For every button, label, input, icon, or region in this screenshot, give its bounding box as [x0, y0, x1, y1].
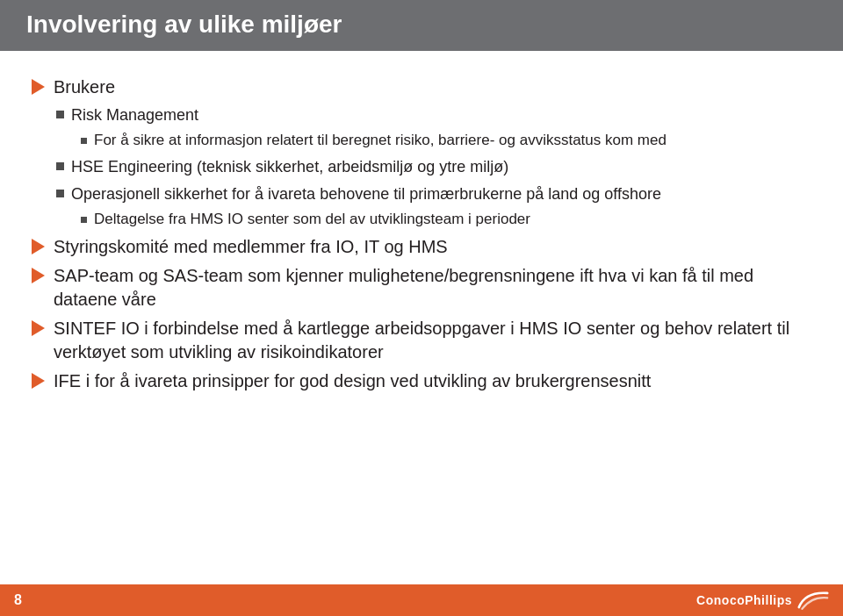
list-item: SAP-team og SAS-team som kjenner mulighe…	[32, 264, 811, 312]
square-bullet-sm-icon	[81, 217, 87, 223]
list-item: Brukere	[32, 75, 811, 99]
bullet-text: IFE i for å ivareta prinsipper for god d…	[54, 369, 651, 393]
main-content: Brukere Risk Management For å sikre at i…	[0, 51, 843, 407]
square-bullet-sm-icon	[81, 138, 87, 144]
list-item: Styringskomité med medlemmer fra IO, IT …	[32, 235, 811, 259]
bullet-list: Brukere Risk Management For å sikre at i…	[32, 75, 811, 393]
square-bullet-icon	[56, 111, 64, 118]
header-bar: Involvering av ulike miljøer	[0, 0, 843, 51]
bullet-text: HSE Engineering (teknisk sikkerhet, arbe…	[71, 156, 508, 177]
arrow-bullet-icon	[32, 373, 45, 389]
bullet-text: SAP-team og SAS-team som kjenner mulighe…	[54, 264, 811, 312]
list-item: Risk Management	[56, 104, 811, 125]
bullet-text: Operasjonell sikkerhet for å ivareta beh…	[71, 183, 661, 204]
square-bullet-icon	[56, 162, 64, 170]
page-title: Involvering av ulike miljøer	[26, 11, 342, 38]
bullet-text: Deltagelse fra HMS IO senter som del av …	[94, 210, 530, 230]
list-item: Deltagelse fra HMS IO senter som del av …	[81, 210, 811, 230]
arrow-bullet-icon	[32, 79, 45, 95]
logo-area: ConocoPhillips	[696, 590, 829, 611]
bullet-text: Brukere	[54, 75, 115, 99]
logo-icon	[797, 590, 829, 611]
list-item: For å sikre at informasjon relatert til …	[81, 131, 811, 151]
square-bullet-icon	[56, 190, 64, 197]
arrow-bullet-icon	[32, 239, 45, 254]
list-item: HSE Engineering (teknisk sikkerhet, arbe…	[56, 156, 811, 177]
bullet-text: For å sikre at informasjon relatert til …	[94, 131, 666, 151]
arrow-bullet-icon	[32, 320, 45, 336]
logo-text: ConocoPhillips	[696, 593, 792, 607]
list-item: IFE i for å ivareta prinsipper for god d…	[32, 369, 811, 393]
list-item: SINTEF IO i forbindelse med å kartlegge …	[32, 317, 811, 364]
footer-bar: 8 ConocoPhillips	[0, 584, 843, 616]
page-number: 8	[14, 592, 22, 608]
list-item: Operasjonell sikkerhet for å ivareta beh…	[56, 183, 811, 204]
bullet-text: Risk Management	[71, 104, 198, 125]
bullet-text: Styringskomité med medlemmer fra IO, IT …	[54, 235, 448, 259]
arrow-bullet-icon	[32, 268, 45, 283]
bullet-text: SINTEF IO i forbindelse med å kartlegge …	[54, 317, 811, 364]
